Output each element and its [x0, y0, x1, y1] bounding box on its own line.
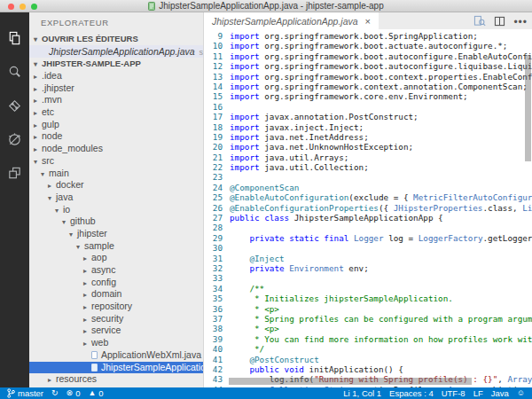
tree-item[interactable]: ▸async	[29, 264, 203, 277]
tree-item[interactable]: ▸resources	[29, 373, 203, 386]
tree-item[interactable]: ▸.mvn	[29, 94, 203, 106]
code-line[interactable]: 20import java.net.UnknownHostException;	[204, 142, 532, 152]
code-line[interactable]: 19import java.net.InetAddress;	[204, 132, 532, 142]
tree-item[interactable]: ▸repository	[29, 301, 203, 313]
feedback-smiley-status-item[interactable]: ☺	[517, 387, 525, 399]
tree-item[interactable]: ▸docker	[29, 179, 203, 192]
open-editor-item[interactable]: JhipsterSampleApplicationApp.javasrc/m..…	[29, 45, 203, 58]
editor-tab[interactable]: JhipsterSampleApplicationApp.java ×	[204, 12, 379, 29]
code-line[interactable]: 34 /**	[204, 284, 532, 293]
tree-item[interactable]: ▾jhipster	[29, 228, 203, 240]
code-line[interactable]: 10import org.springframework.boot.actuat…	[204, 41, 532, 51]
code-line[interactable]: 36 * <p>	[204, 304, 532, 314]
code-line[interactable]: 23	[204, 172, 532, 182]
tree-item[interactable]: ▸gulp	[29, 119, 203, 131]
chevron-down-icon: ▾	[76, 241, 84, 253]
status-label: Li 1, Col 1	[343, 388, 381, 398]
vertical-scrollbar[interactable]	[525, 55, 531, 161]
tree-item-label: resources	[56, 373, 97, 384]
code-line[interactable]: 42 public void initApplication() {	[204, 364, 532, 374]
tree-item[interactable]: ▸node	[29, 130, 203, 143]
tree-item[interactable]: ▸etc	[29, 106, 203, 119]
tree-item[interactable]: ▸security	[29, 313, 203, 325]
code-line[interactable]: 17import javax.annotation.PostConstruct;	[204, 112, 532, 121]
code-line[interactable]: 25@EnableAutoConfiguration(exclude = { M…	[204, 192, 532, 202]
tree-item[interactable]: ▸.idea	[29, 70, 203, 82]
git-branch-status-item[interactable]: master	[7, 388, 43, 398]
code-line[interactable]: 24@ComponentScan	[204, 183, 532, 192]
code-line[interactable]: 11import org.springframework.boot.autoco…	[204, 51, 532, 61]
search-icon[interactable]	[0, 55, 29, 89]
tree-item[interactable]: JhipsterSampleApplicationApp.java	[29, 362, 203, 374]
open-preview-icon[interactable]	[473, 15, 486, 27]
tree-item[interactable]: ▸node_modules	[29, 143, 203, 155]
close-window-button[interactable]	[8, 4, 14, 10]
status-label: master	[18, 388, 43, 398]
code-line[interactable]: 41 @PostConstruct	[204, 355, 532, 364]
tree-item[interactable]: ▾sample	[29, 240, 203, 253]
code-line[interactable]: 28	[204, 223, 532, 232]
code-line[interactable]: 21import java.util.Arrays;	[204, 153, 532, 162]
code-line[interactable]: 31 @Inject	[204, 254, 532, 263]
code-line[interactable]: 15import org.springframework.core.env.En…	[204, 91, 532, 101]
close-tab-icon[interactable]: ×	[365, 16, 371, 27]
tree-item[interactable]: ▾io	[29, 204, 203, 216]
line-number: 27	[204, 213, 223, 223]
code-line[interactable]: 18import javax.inject.Inject;	[204, 122, 532, 132]
tree-item[interactable]: ▸web	[29, 337, 203, 349]
debug-icon[interactable]	[0, 122, 29, 156]
code-line[interactable]: 40 */	[204, 344, 532, 354]
status-item[interactable]: Java	[491, 388, 509, 398]
code-line[interactable]: 30	[204, 243, 532, 253]
status-label: 0	[98, 388, 103, 398]
project-tree-header[interactable]: ▾JHIPSTER-SAMPLE-APP	[29, 58, 203, 70]
tree-item[interactable]: ▸domain	[29, 288, 203, 301]
status-item[interactable]: LF	[473, 388, 483, 398]
tree-item[interactable]: ▾main	[29, 168, 203, 180]
more-actions-icon[interactable]: •••	[513, 13, 528, 29]
code-line[interactable]: 38 * <p>	[204, 324, 532, 333]
code-line[interactable]: 9import org.springframework.boot.SpringA…	[204, 31, 532, 41]
tree-item[interactable]: ApplicationWebXml.java	[29, 349, 203, 362]
source-control-icon[interactable]	[0, 89, 29, 122]
code-line[interactable]: 13import org.springframework.boot.contex…	[204, 72, 532, 82]
tree-item[interactable]: ▾java	[29, 192, 203, 204]
chevron-right-icon: ▸	[83, 338, 91, 349]
tree-item[interactable]: ▾src	[29, 155, 203, 168]
minimize-window-button[interactable]	[20, 4, 26, 10]
tree-item[interactable]: ▸config	[29, 277, 203, 289]
line-content: import java.util.Collection;	[230, 162, 369, 172]
code-line[interactable]: 27public class JhipsterSampleApplication…	[204, 213, 532, 223]
java-file-icon	[91, 364, 98, 372]
explorer-icon[interactable]	[0, 21, 29, 55]
horizontal-scrollbar[interactable]	[229, 378, 472, 385]
code-line[interactable]: 29 private static final Logger log = Log…	[204, 233, 532, 243]
tree-item[interactable]: ▸service	[29, 325, 203, 337]
code-line[interactable]: 16	[204, 102, 532, 112]
code-line[interactable]: 26@EnableConfigurationProperties({ JHips…	[204, 203, 532, 213]
warning-status-item[interactable]: ▲0	[88, 387, 103, 399]
sync-status-item[interactable]: ↻	[51, 387, 59, 399]
status-bar: master↻⊗0▲0 Li 1, Col 1Espaces : 4UTF-8L…	[0, 387, 532, 399]
status-item[interactable]: UTF-8	[442, 388, 466, 398]
code-line[interactable]: 33	[204, 273, 532, 283]
tree-item[interactable]: ▸aop	[29, 252, 203, 264]
code-line[interactable]: 32 private Environment env;	[204, 263, 532, 273]
code-line[interactable]: 22import java.util.Collection;	[204, 162, 532, 172]
open-editors-header[interactable]: ▾OUVRIR LES ÉDITEURS	[29, 33, 203, 45]
tree-item[interactable]: ▸.jhipster	[29, 82, 203, 95]
code-line[interactable]: 39 * You can find more information on ho…	[204, 334, 532, 344]
status-item[interactable]: Li 1, Col 1	[343, 388, 381, 398]
code-line[interactable]: 35 * Initializes jhipsterSampleApplicati…	[204, 293, 532, 303]
line-content: import org.springframework.boot.actuate.…	[230, 41, 507, 51]
code-line[interactable]: 37 * Spring profiles can be configured w…	[204, 314, 532, 324]
tree-item[interactable]: ▾github	[29, 215, 203, 228]
zoom-window-button[interactable]	[31, 4, 37, 10]
split-editor-icon[interactable]	[494, 16, 505, 27]
code-line[interactable]: 14import org.springframework.context.ann…	[204, 82, 532, 91]
status-item[interactable]: Espaces : 4	[389, 388, 434, 398]
code-line[interactable]: 12import org.springframework.boot.autoco…	[204, 61, 532, 71]
error-status-item[interactable]: ⊗0	[66, 387, 81, 399]
code-editor[interactable]: 9import org.springframework.boot.SpringA…	[204, 29, 532, 387]
extensions-icon[interactable]	[0, 156, 29, 190]
